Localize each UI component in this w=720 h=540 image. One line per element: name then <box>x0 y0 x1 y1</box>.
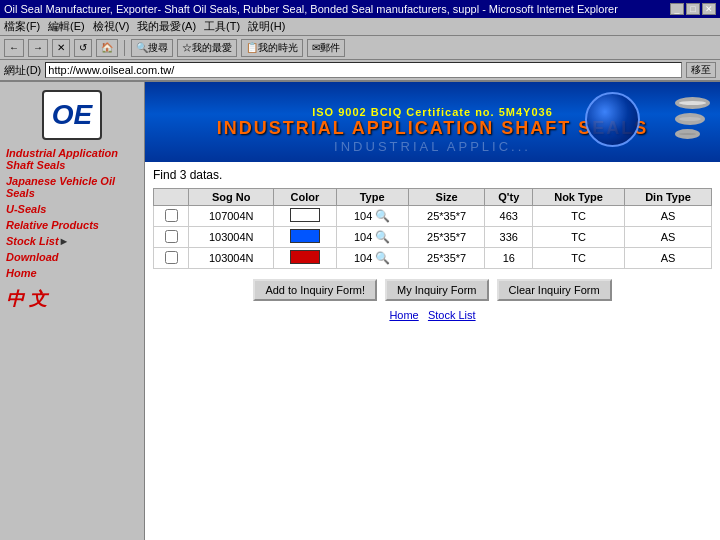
results-table: Sog No Color Type Size Q'ty Nok Type Din… <box>153 188 712 269</box>
menu-help[interactable]: 說明(H) <box>248 19 285 34</box>
menu-file[interactable]: 檔案(F) <box>4 19 40 34</box>
footer-stocklist-link[interactable]: Stock List <box>428 309 476 321</box>
home-button[interactable]: 🏠 <box>96 39 118 57</box>
row1-qty: 463 <box>485 206 533 227</box>
sidebar-item-useals[interactable]: U-Seals <box>4 202 140 216</box>
menu-bar: 檔案(F) 編輯(E) 檢視(V) 我的最愛(A) 工具(T) 說明(H) <box>0 18 720 36</box>
sidebar-item-shaft-seals[interactable]: Industrial Application Shaft Seals <box>4 146 140 172</box>
row3-checkbox-cell <box>154 248 189 269</box>
row3-color <box>274 248 336 269</box>
table-row: 103004N 104 🔍 25*35*7 336 TC AS <box>154 227 712 248</box>
sidebar-item-chinese[interactable]: 中 文 <box>4 286 140 312</box>
globe-decoration <box>585 92 640 147</box>
menu-view[interactable]: 檢視(V) <box>93 19 130 34</box>
menu-favorites[interactable]: 我的最愛(A) <box>137 19 196 34</box>
forward-button[interactable]: → <box>28 39 48 57</box>
refresh-button[interactable]: ↺ <box>74 39 92 57</box>
sidebar-item-stocklist[interactable]: Stock List <box>4 234 140 248</box>
sidebar-item-download[interactable]: Download <box>4 250 140 264</box>
add-to-inquiry-button[interactable]: Add to Inquiry Form! <box>253 279 377 301</box>
row2-checkbox-cell <box>154 227 189 248</box>
row3-din: AS <box>624 248 711 269</box>
row3-color-swatch <box>290 250 320 264</box>
row2-nok: TC <box>533 227 625 248</box>
ring-3 <box>675 129 700 139</box>
window-controls: _ □ ✕ <box>670 3 716 15</box>
row3-qty: 16 <box>485 248 533 269</box>
row3-checkbox[interactable] <box>165 251 178 264</box>
row1-sog: 107004N <box>189 206 274 227</box>
back-button[interactable]: ← <box>4 39 24 57</box>
col-header-nok: Nok Type <box>533 189 625 206</box>
footer-links: Home Stock List <box>153 309 712 321</box>
menu-tools[interactable]: 工具(T) <box>204 19 240 34</box>
search-button[interactable]: 🔍搜尋 <box>131 39 173 57</box>
sidebar: OE Industrial Application Shaft Seals Ja… <box>0 82 145 540</box>
row3-type: 104 🔍 <box>336 248 408 269</box>
row2-qty: 336 <box>485 227 533 248</box>
row1-din: AS <box>624 206 711 227</box>
go-button[interactable]: 移至 <box>686 62 716 78</box>
col-header-checkbox <box>154 189 189 206</box>
header-banner: ISO 9002 BCIQ Certificate no. 5M4Y036 IN… <box>145 82 720 162</box>
row3-sog: 103004N <box>189 248 274 269</box>
row2-checkbox[interactable] <box>165 230 178 243</box>
table-row: 107004N 104 🔍 25*35*7 463 TC AS <box>154 206 712 227</box>
col-header-type: Type <box>336 189 408 206</box>
address-input[interactable] <box>45 62 682 78</box>
history-button[interactable]: 📋我的時光 <box>241 39 303 57</box>
maximize-button[interactable]: □ <box>686 3 700 15</box>
main-area: ISO 9002 BCIQ Certificate no. 5M4Y036 IN… <box>145 82 720 540</box>
row1-type: 104 🔍 <box>336 206 408 227</box>
row1-nok: TC <box>533 206 625 227</box>
row1-zoom-icon[interactable]: 🔍 <box>375 209 390 223</box>
row2-din: AS <box>624 227 711 248</box>
rings-decoration <box>675 97 710 139</box>
ring-2 <box>675 113 705 125</box>
row1-size: 25*35*7 <box>408 206 485 227</box>
close-button[interactable]: ✕ <box>702 3 716 15</box>
page-content: OE Industrial Application Shaft Seals Ja… <box>0 82 720 540</box>
site-logo: OE <box>42 90 102 140</box>
row2-zoom-icon[interactable]: 🔍 <box>375 230 390 244</box>
title-bar: Oil Seal Manufacturer, Exporter- Shaft O… <box>0 0 720 18</box>
row1-checkbox[interactable] <box>165 209 178 222</box>
row2-type: 104 🔍 <box>336 227 408 248</box>
content-area: Find 3 datas. Sog No Color Type Size Q't… <box>145 162 720 540</box>
cert-text: ISO 9002 BCIQ Certificate no. 5M4Y036 <box>312 106 553 118</box>
banner-title: INDUSTRIAL APPLICATION SHAFT SEALS <box>217 118 649 139</box>
sidebar-item-japanese[interactable]: Japanese Vehicle Oil Seals <box>4 174 140 200</box>
banner-subtitle: INDUSTRIAL APPLIC... <box>334 139 531 154</box>
stop-button[interactable]: ✕ <box>52 39 70 57</box>
footer-home-link[interactable]: Home <box>389 309 418 321</box>
row1-checkbox-cell <box>154 206 189 227</box>
my-inquiry-button[interactable]: My Inquiry Form <box>385 279 488 301</box>
row1-color-swatch <box>290 208 320 222</box>
ring-1 <box>675 97 710 109</box>
sidebar-item-relative[interactable]: Relative Products <box>4 218 140 232</box>
row3-size: 25*35*7 <box>408 248 485 269</box>
col-header-size: Size <box>408 189 485 206</box>
row3-zoom-icon[interactable]: 🔍 <box>375 251 390 265</box>
col-header-sog: Sog No <box>189 189 274 206</box>
row2-color <box>274 227 336 248</box>
address-label: 網址(D) <box>4 63 41 78</box>
col-header-qty: Q'ty <box>485 189 533 206</box>
col-header-din: Din Type <box>624 189 711 206</box>
mail-button[interactable]: ✉郵件 <box>307 39 345 57</box>
toolbar-separator <box>124 40 125 56</box>
table-row: 103004N 104 🔍 25*35*7 16 TC AS <box>154 248 712 269</box>
row1-color <box>274 206 336 227</box>
col-header-color: Color <box>274 189 336 206</box>
clear-inquiry-button[interactable]: Clear Inquiry Form <box>497 279 612 301</box>
favorites-button[interactable]: ☆我的最愛 <box>177 39 237 57</box>
row2-size: 25*35*7 <box>408 227 485 248</box>
menu-edit[interactable]: 編輯(E) <box>48 19 85 34</box>
find-results-text: Find 3 datas. <box>153 168 712 182</box>
minimize-button[interactable]: _ <box>670 3 684 15</box>
address-bar: 網址(D) 移至 <box>0 60 720 82</box>
sidebar-item-home[interactable]: Home <box>4 266 140 280</box>
row2-sog: 103004N <box>189 227 274 248</box>
row2-color-swatch <box>290 229 320 243</box>
action-buttons: Add to Inquiry Form! My Inquiry Form Cle… <box>153 279 712 301</box>
